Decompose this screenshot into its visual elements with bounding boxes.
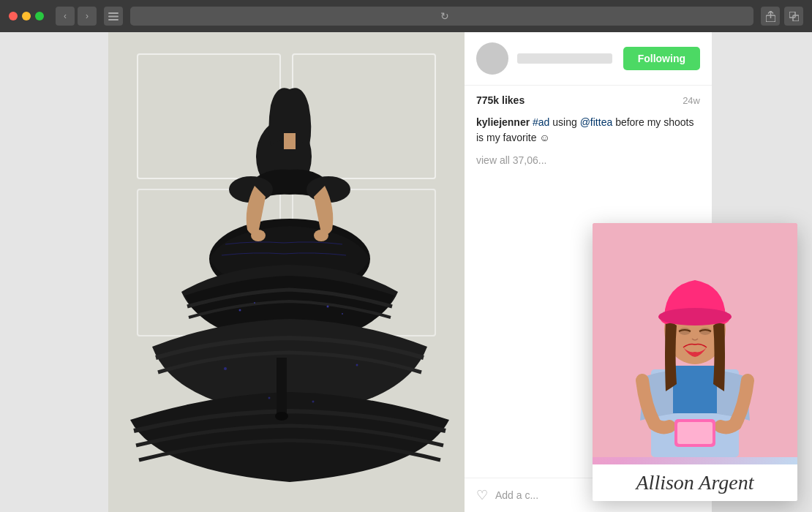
svg-point-21 — [327, 306, 329, 308]
svg-point-28 — [314, 230, 328, 241]
svg-point-24 — [356, 364, 358, 366]
svg-point-33 — [658, 308, 732, 325]
polaroid-card: Allison Argent — [593, 223, 797, 501]
svg-point-22 — [342, 313, 343, 315]
back-button[interactable]: ‹ — [56, 7, 75, 26]
maximize-button[interactable] — [35, 12, 44, 20]
view-comments[interactable]: view all 37,06... — [465, 151, 712, 169]
svg-rect-4 — [789, 12, 795, 18]
time-ago: 24w — [683, 95, 700, 106]
browser-actions — [761, 7, 803, 26]
polaroid-photo — [593, 223, 797, 464]
svg-point-23 — [224, 367, 227, 370]
left-gray-overlay — [0, 32, 108, 512]
caption-username: kyliejenner — [476, 116, 530, 128]
tab-view-button[interactable] — [104, 7, 123, 26]
caption-mention-prefix: using — [552, 116, 576, 128]
share-button[interactable] — [761, 7, 780, 26]
minimize-button[interactable] — [22, 12, 31, 20]
nav-buttons: ‹ › — [56, 7, 97, 26]
post-stats: 775k likes 24w — [465, 86, 712, 112]
main-area: Following 775k likes 24w kyliejenner #ad… — [0, 32, 812, 512]
svg-rect-31 — [673, 366, 717, 413]
svg-rect-2 — [108, 19, 119, 20]
post-caption: kyliejenner #ad using @fittea before my … — [465, 112, 712, 151]
svg-rect-5 — [793, 15, 799, 21]
browser-chrome: ‹ › ↻ — [0, 0, 812, 32]
svg-rect-37 — [677, 422, 713, 444]
caption-mention: @fittea — [580, 116, 613, 128]
post-header: Following — [465, 32, 712, 86]
svg-point-27 — [251, 230, 266, 241]
traffic-lights — [9, 12, 44, 20]
wall-background — [108, 32, 465, 512]
heart-icon[interactable]: ♡ — [476, 487, 488, 503]
svg-point-18 — [275, 412, 288, 421]
svg-point-25 — [268, 397, 271, 399]
address-bar[interactable]: ↻ — [130, 7, 753, 26]
close-button[interactable] — [9, 12, 18, 20]
svg-rect-1 — [108, 15, 119, 17]
caption-hashtag: #ad — [533, 116, 549, 128]
likes-count: 775k likes — [476, 94, 525, 106]
forward-button[interactable]: › — [78, 7, 97, 26]
refresh-icon: ↻ — [440, 10, 449, 22]
comment-placeholder[interactable]: Add a c... — [495, 489, 538, 501]
polaroid-label: Allison Argent — [593, 464, 797, 501]
svg-rect-17 — [277, 358, 287, 416]
following-button[interactable]: Following — [623, 47, 700, 70]
svg-point-20 — [254, 302, 255, 304]
svg-point-26 — [312, 401, 315, 403]
new-tab-button[interactable] — [784, 7, 803, 26]
username-placeholder — [517, 53, 612, 64]
user-avatar — [476, 42, 508, 75]
svg-rect-0 — [108, 12, 119, 14]
fashion-photo — [108, 32, 465, 512]
polaroid-name: Allison Argent — [636, 471, 754, 494]
svg-point-19 — [239, 309, 241, 312]
svg-rect-13 — [284, 133, 296, 149]
